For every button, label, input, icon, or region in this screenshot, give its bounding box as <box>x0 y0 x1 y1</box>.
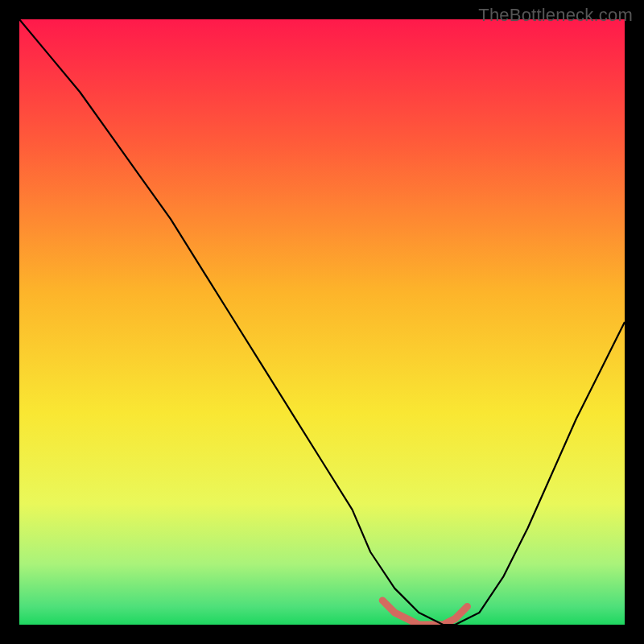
chart-container: TheBottleneck.com <box>0 0 644 644</box>
plot-area <box>19 19 625 625</box>
gradient-background <box>19 19 625 625</box>
chart-svg <box>19 19 625 625</box>
watermark-label: TheBottleneck.com <box>478 5 633 26</box>
